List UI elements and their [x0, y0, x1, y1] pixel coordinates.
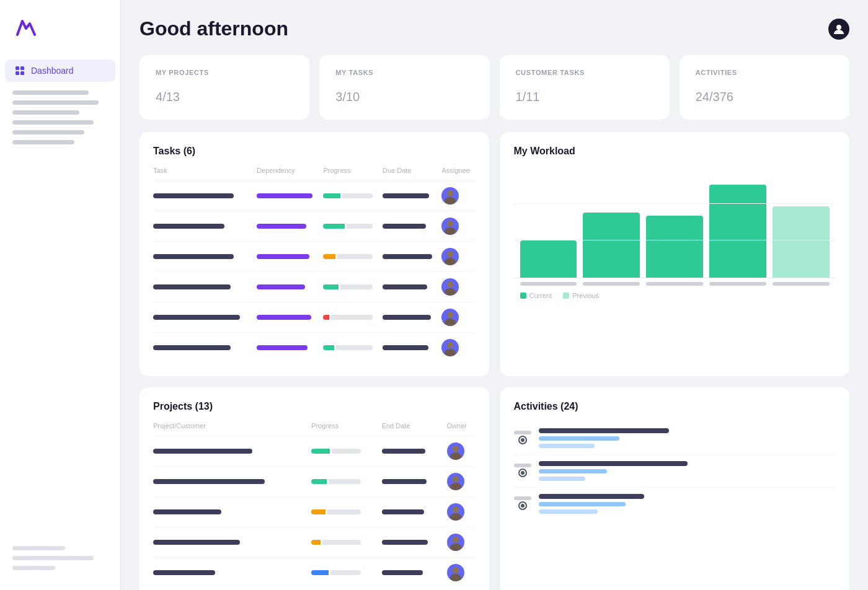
- sidebar: Dashboard: [0, 0, 121, 590]
- list-item: [514, 455, 836, 488]
- sidebar-line: [12, 100, 99, 105]
- legend-label: Current: [529, 292, 552, 299]
- sidebar-item-dashboard[interactable]: Dashboard: [5, 59, 115, 82]
- legend-dot: [520, 293, 526, 299]
- avatar: [441, 278, 459, 296]
- activity-content: [539, 494, 836, 514]
- chart-x-labels: [514, 278, 836, 286]
- list-item: [514, 422, 836, 455]
- svg-point-14: [445, 319, 456, 326]
- sidebar-line: [12, 140, 74, 144]
- svg-point-23: [453, 537, 459, 543]
- svg-rect-3: [20, 71, 24, 75]
- svg-rect-2: [16, 71, 19, 75]
- table-row: [153, 302, 476, 332]
- svg-point-6: [445, 197, 456, 205]
- dashboard-icon: [15, 66, 25, 76]
- sidebar-bottom-line: [12, 566, 55, 570]
- sidebar-bottom-line: [12, 546, 65, 550]
- col-dependency: Dependency: [257, 167, 323, 181]
- proj-col-end-date: End Date: [382, 422, 447, 436]
- activity-sub-line: [539, 444, 595, 448]
- svg-point-17: [453, 446, 459, 452]
- svg-point-20: [450, 483, 461, 490]
- svg-point-21: [453, 506, 459, 513]
- page-title: Good afternoon: [140, 17, 288, 40]
- svg-point-10: [445, 258, 456, 265]
- tasks-panel: Tasks (6) Task Dependency Progress Due D…: [140, 132, 489, 376]
- svg-point-15: [447, 342, 453, 348]
- sidebar-line: [12, 110, 79, 115]
- tasks-table: Task Dependency Progress Due Date Assign…: [153, 167, 476, 363]
- table-row: [153, 496, 476, 527]
- svg-point-24: [450, 544, 461, 551]
- stat-label-customer-tasks: CUSTOMER TASKS: [516, 69, 653, 76]
- avatar: [441, 339, 459, 356]
- stat-card-customer-tasks[interactable]: CUSTOMER TASKS 1/11: [500, 55, 670, 120]
- activity-sub-line: [539, 509, 598, 514]
- legend-item: Current: [520, 292, 552, 299]
- legend-label: Previous: [572, 292, 599, 299]
- activity-dot: [520, 437, 526, 443]
- sidebar-bottom-line: [12, 556, 94, 560]
- activity-dot: [520, 503, 526, 509]
- sidebar-line: [12, 120, 94, 125]
- header: Good afternoon: [140, 17, 849, 40]
- user-avatar[interactable]: [828, 19, 849, 40]
- legend-dot: [563, 293, 569, 299]
- avatar: [447, 534, 464, 551]
- stat-cards: MY PROJECTS 4/13 MY TASKS 3/10 CUSTOMER …: [140, 55, 849, 120]
- activity-dot-col: [514, 461, 531, 476]
- stat-card-projects[interactable]: MY PROJECTS 4/13: [140, 55, 309, 120]
- svg-rect-1: [20, 66, 24, 70]
- svg-point-11: [447, 281, 453, 288]
- svg-point-25: [453, 567, 459, 573]
- activity-detail-line: [539, 469, 607, 473]
- stat-value-projects: 4/13: [156, 81, 293, 106]
- activity-dot-col: [514, 494, 531, 509]
- chart-legend: CurrentPrevious: [514, 286, 836, 299]
- projects-panel-title: Projects (13): [153, 401, 476, 412]
- svg-point-26: [450, 574, 461, 581]
- table-row: [153, 332, 476, 363]
- stat-card-tasks[interactable]: MY TASKS 3/10: [319, 55, 489, 120]
- avatar: [447, 442, 464, 460]
- proj-col-progress: Progress: [311, 422, 381, 436]
- chart-bar-4: [773, 206, 830, 278]
- projects-panel: Projects (13) Project/Customer Progress …: [140, 387, 489, 590]
- svg-point-8: [445, 227, 456, 235]
- col-task: Task: [153, 167, 257, 181]
- table-row: [153, 211, 476, 241]
- col-assignee: Assignee: [441, 167, 475, 181]
- sidebar-item-label: Dashboard: [31, 66, 74, 76]
- activity-content: [539, 461, 836, 481]
- avatar: [447, 473, 464, 490]
- workload-panel: My Workload CurrentPrevious: [500, 132, 850, 376]
- svg-point-7: [447, 221, 453, 227]
- projects-table: Project/Customer Progress End Date Owner: [153, 422, 476, 588]
- activities-panel-title: Activities (24): [514, 401, 836, 412]
- stat-value-activities: 24/376: [696, 81, 833, 106]
- avatar: [447, 503, 464, 521]
- activity-title-line: [539, 461, 688, 466]
- activity-content: [539, 428, 836, 448]
- sidebar-nav-lines: [0, 83, 120, 148]
- table-row: [153, 527, 476, 557]
- activity-timestamp-line: [514, 431, 531, 434]
- tasks-panel-title: Tasks (6): [153, 146, 476, 157]
- activity-sub-line: [539, 477, 585, 481]
- chart-bar-0: [520, 240, 577, 278]
- svg-rect-0: [16, 66, 19, 70]
- activity-detail-line: [539, 436, 619, 441]
- table-row: [153, 436, 476, 466]
- activities-list: [514, 422, 836, 520]
- content-grid: Tasks (6) Task Dependency Progress Due D…: [140, 132, 849, 590]
- svg-point-4: [836, 25, 841, 30]
- table-row: [153, 271, 476, 302]
- stat-card-activities[interactable]: ACTIVITIES 24/376: [680, 55, 849, 120]
- proj-col-owner: Owner: [447, 422, 476, 436]
- workload-chart: CurrentPrevious: [514, 167, 836, 299]
- avatar: [447, 564, 464, 581]
- table-row: [153, 557, 476, 588]
- sidebar-line: [12, 90, 89, 95]
